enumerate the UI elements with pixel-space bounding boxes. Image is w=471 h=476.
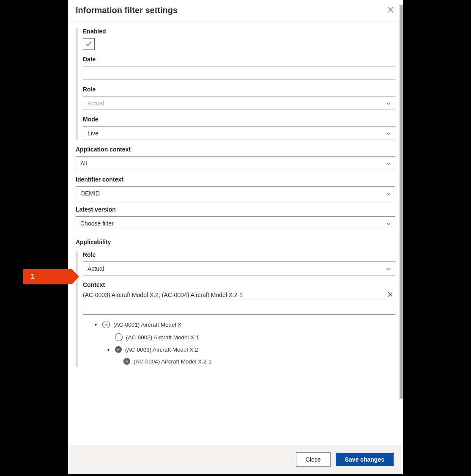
tree-node-label: (AC-0001) Aircraft Model X <box>113 322 181 328</box>
mode-dropdown[interactable]: Live <box>83 126 395 140</box>
chevron-down-icon <box>386 220 391 226</box>
applicability-role-dropdown[interactable]: Actual <box>83 261 395 275</box>
latest-version-dropdown[interactable]: Choose filter <box>76 216 395 230</box>
app-context-label: Application context <box>76 146 395 153</box>
enabled-label: Enabled <box>83 28 395 35</box>
tree-check-filled-icon[interactable] <box>123 358 130 365</box>
context-search-input[interactable] <box>83 301 395 315</box>
app-context-value: All <box>80 160 87 167</box>
mode-label: Mode <box>83 116 395 123</box>
id-context-value: OEMID <box>80 190 100 197</box>
caret-down-icon[interactable]: ▾ <box>107 347 112 352</box>
app-context-dropdown[interactable]: All <box>76 156 395 170</box>
caret-down-icon[interactable]: ▾ <box>95 322 99 327</box>
date-label: Date <box>83 56 395 63</box>
tree-node-label: (AC-0002) Aircraft Model X.1 <box>126 334 199 341</box>
tree-node-label: (AC-0003) Aircraft Model X.2 <box>125 347 198 353</box>
dialog-title: Information filter settings <box>76 6 178 15</box>
close-button[interactable]: Close <box>296 452 331 467</box>
save-changes-button[interactable]: Save changes <box>336 453 394 466</box>
dialog-panel: Information filter settings Enabled Date <box>68 0 403 459</box>
chevron-down-icon <box>386 160 391 166</box>
id-context-label: Identifier context <box>76 176 395 183</box>
dialog-footer: Close Save changes <box>68 445 403 474</box>
id-context-dropdown[interactable]: OEMID <box>76 186 395 200</box>
tree-node[interactable]: (AC-0002) Aircraft Model X.1 <box>83 331 395 344</box>
latest-version-label: Latest version <box>76 206 395 213</box>
applicability-heading: Applicability <box>76 239 395 245</box>
chevron-down-icon <box>386 100 391 106</box>
role-label: Role <box>83 86 395 93</box>
tree-check-partial-icon[interactable] <box>102 321 110 328</box>
annotation-number: 1 <box>23 273 35 281</box>
role-dropdown[interactable]: Actual <box>83 96 395 110</box>
chevron-down-icon <box>386 130 391 136</box>
tree-check-empty-icon[interactable] <box>115 333 123 341</box>
chevron-down-icon <box>386 266 391 272</box>
latest-version-value: Choose filter <box>80 220 114 227</box>
date-input[interactable] <box>83 66 395 80</box>
enabled-checkbox[interactable] <box>83 38 95 50</box>
annotation-callout: 1 <box>23 269 72 284</box>
chevron-down-icon <box>386 190 391 196</box>
dialog-header: Information filter settings <box>68 0 403 22</box>
context-label: Context <box>83 281 395 288</box>
tree-node[interactable]: (AC-0004) Aircraft Model X.2-1 <box>83 355 395 367</box>
mode-value: Live <box>88 130 99 137</box>
applicability-role-value: Actual <box>88 265 104 272</box>
close-icon[interactable] <box>386 5 395 16</box>
context-summary: (AC-0003) Aircraft Model X.2; (AC-0004) … <box>83 292 243 298</box>
clear-context-icon[interactable] <box>385 292 395 298</box>
tree-node[interactable]: ▾ (AC-0001) Aircraft Model X <box>83 318 395 331</box>
role-value: Actual <box>88 100 104 107</box>
tree-check-filled-icon[interactable] <box>115 346 122 353</box>
check-icon <box>85 41 92 47</box>
tree-node[interactable]: ▾ (AC-0003) Aircraft Model X.2 <box>83 344 395 355</box>
context-tree: ▾ (AC-0001) Aircraft Model X (AC-0002) A… <box>83 318 395 367</box>
tree-node-label: (AC-0004) Aircraft Model X.2-1 <box>134 358 212 365</box>
applicability-role-label: Role <box>83 251 395 258</box>
